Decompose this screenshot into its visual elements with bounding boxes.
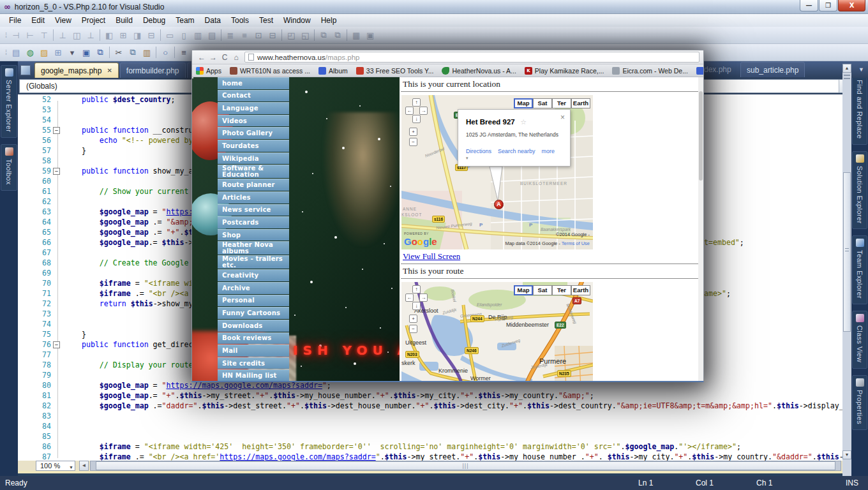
scrollbar-thumb[interactable]	[843, 172, 851, 332]
site-menu-personal[interactable]: Personal	[218, 295, 289, 307]
pan-left-icon[interactable]: ←	[405, 293, 414, 302]
site-menu-shop[interactable]: Shop	[218, 229, 289, 241]
toolbar-grip[interactable]: ⁞	[5, 31, 6, 39]
bookmark-eicra-com-web-de[interactable]: Eicra.com - Web De...	[612, 67, 688, 75]
home-icon[interactable]: ⌂	[230, 53, 242, 62]
panel-tab-toolbox[interactable]: Toolbox	[1, 144, 17, 191]
splitter-handle[interactable]	[844, 75, 850, 79]
map-marker-a[interactable]: A	[494, 200, 504, 209]
editor-vertical-scrollbar[interactable]: ▲ ▼	[842, 64, 851, 476]
site-menu-mail[interactable]: Mail	[218, 345, 289, 357]
bookmark-play-kamikaze-race[interactable]: KPlay Kamikaze Race,...	[525, 67, 604, 75]
site-menu-heather-nova-albums[interactable]: Heather Nova albums	[218, 241, 289, 255]
hspace-remove-icon[interactable]: ▤	[205, 28, 219, 42]
forward-icon[interactable]: →	[207, 53, 219, 62]
bookmark-apps[interactable]: Apps	[196, 67, 221, 75]
panel-tab-class-view[interactable]: Class View	[852, 311, 867, 368]
center-vertical-icon[interactable]: ◱	[298, 28, 312, 42]
page-scrollbar[interactable]	[698, 77, 703, 381]
fold-marker-icon[interactable]: −	[53, 127, 60, 134]
menu-help[interactable]: Help	[316, 14, 342, 27]
fold-marker-icon[interactable]: −	[53, 168, 60, 175]
panel-tab-properties[interactable]: Properties	[852, 375, 867, 430]
indent-icon[interactable]: ≡	[177, 45, 191, 59]
view-full-screen-link[interactable]: View Full Screen	[403, 251, 460, 262]
bookmark-album[interactable]: Album	[318, 67, 348, 75]
zoom-in-icon[interactable]: +	[409, 315, 417, 323]
code-line[interactable]: $iframe = "<iframe width='425' height='3…	[64, 442, 741, 452]
show-grid-icon[interactable]: ▣	[363, 28, 377, 42]
site-menu-photo-gallery[interactable]: Photo Gallery	[218, 127, 289, 139]
zoom-out-icon[interactable]: −	[409, 325, 417, 333]
tab-index-php[interactable]: dex.php	[704, 65, 731, 74]
reload-icon[interactable]: C	[219, 53, 230, 62]
align-lefts-icon[interactable]: ⊣	[9, 28, 23, 42]
back-icon[interactable]: ←	[196, 53, 207, 62]
align-centers-icon[interactable]: ⊢	[23, 28, 37, 42]
menu-data[interactable]: Data	[200, 14, 226, 27]
menu-tools[interactable]: Tools	[226, 14, 254, 27]
map-type-earth[interactable]: Earth	[571, 285, 590, 295]
save-all-icon[interactable]: ⧉	[93, 45, 107, 59]
scroll-left-icon[interactable]: ◄	[79, 461, 89, 471]
star-icon[interactable]: ☆	[520, 118, 527, 126]
site-menu-creativity[interactable]: Creativity	[218, 269, 289, 281]
new-file-icon[interactable]: ▤	[9, 45, 23, 59]
code-line[interactable]: $google_map .="daddr=".$this->dest_stree…	[64, 401, 842, 411]
site-menu-home[interactable]: home	[218, 77, 289, 89]
fold-marker-icon[interactable]: −	[53, 341, 60, 348]
hspace-increase-icon[interactable]: ▯	[177, 28, 191, 42]
hspace-equal-icon[interactable]: ▭	[163, 28, 177, 42]
site-menu-book-reviews[interactable]: Book reviews	[218, 332, 289, 345]
pan-down-icon[interactable]: ↓	[412, 302, 421, 310]
same-size-icon[interactable]: ◨	[130, 28, 144, 42]
vspace-decrease-icon[interactable]: ⊡	[251, 28, 266, 42]
new-web-item-icon[interactable]: ◍	[23, 45, 37, 59]
scroll-up-icon[interactable]: ▲	[842, 64, 851, 73]
search-nearby-link[interactable]: Search nearby	[498, 148, 535, 154]
site-menu-language[interactable]: Language	[218, 102, 289, 114]
tab-google-maps-php[interactable]: google_maps.php ✕	[34, 63, 119, 78]
bookmark-wrt610n-as-access[interactable]: WRT610N as access ...	[230, 67, 310, 75]
popup-close-icon[interactable]: ×	[560, 113, 565, 122]
same-height-icon[interactable]: ⊟	[144, 28, 158, 42]
code-line[interactable]: }	[64, 329, 86, 339]
align-bottoms-icon[interactable]: ⊥	[84, 28, 98, 42]
align-tops-icon[interactable]: ⊥	[56, 28, 70, 42]
site-menu-software-education[interactable]: Software & Education	[218, 165, 289, 178]
align-middles-icon[interactable]: ◫	[70, 28, 84, 42]
bookmark-album[interactable]: Album	[696, 67, 703, 75]
scrollbar-thumb[interactable]	[699, 91, 703, 181]
site-menu-archive[interactable]: Archive	[218, 282, 289, 294]
site-menu-news-service[interactable]: News service	[218, 204, 289, 216]
vspace-remove-icon[interactable]: ⊟	[266, 28, 280, 42]
tab-formbuilder-php[interactable]: formbuilder.php	[120, 63, 186, 78]
bookmark-heathernova-us-a[interactable]: HeatherNova.us - A...	[442, 67, 516, 75]
route-map[interactable]: ↑←→↓+− MapSatTerEarth AkerslootUitgeests…	[401, 282, 593, 381]
directions-link[interactable]: Directions	[466, 148, 491, 154]
restore-button[interactable]: ❐	[819, 0, 837, 11]
site-menu-route-planner[interactable]: Route planner	[218, 179, 289, 191]
dropdown-icon[interactable]: ▾	[65, 45, 79, 59]
current-location-map[interactable]: ↑←→↓+− MapSatTerEarth Het Breed 927 ☆ × …	[401, 95, 593, 249]
site-menu-hn-mailing-list[interactable]: HN Mailing list	[218, 369, 289, 381]
new-project-icon[interactable]: ⊞	[51, 45, 65, 59]
pan-left-icon[interactable]: ←	[405, 107, 414, 115]
terms-of-use-link[interactable]: Terms of Use	[562, 241, 590, 246]
menu-test[interactable]: Test	[254, 14, 278, 27]
align-rights-icon[interactable]: ⊤	[37, 28, 51, 42]
scrollbar-thumb[interactable]: |||	[96, 461, 835, 470]
map-type-ter[interactable]: Ter	[552, 285, 571, 295]
save-icon[interactable]: ▣	[79, 45, 93, 59]
minimize-button[interactable]: —	[800, 0, 818, 11]
map-type-earth[interactable]: Earth	[571, 98, 590, 108]
menu-team[interactable]: Team	[170, 14, 199, 27]
copy-icon[interactable]: ⧉	[126, 45, 140, 59]
site-menu-articles[interactable]: Articles	[218, 191, 289, 204]
zoom-in-icon[interactable]: +	[409, 128, 417, 136]
code-line[interactable]: // Display your route	[64, 360, 193, 370]
menu-edit[interactable]: Edit	[26, 14, 50, 27]
site-menu-funny-cartoons[interactable]: Funny Cartoons	[218, 307, 289, 319]
site-menu-postcards[interactable]: Postcards	[218, 216, 289, 228]
address-bar[interactable]: www.heathernova.us/maps.php	[244, 52, 700, 63]
